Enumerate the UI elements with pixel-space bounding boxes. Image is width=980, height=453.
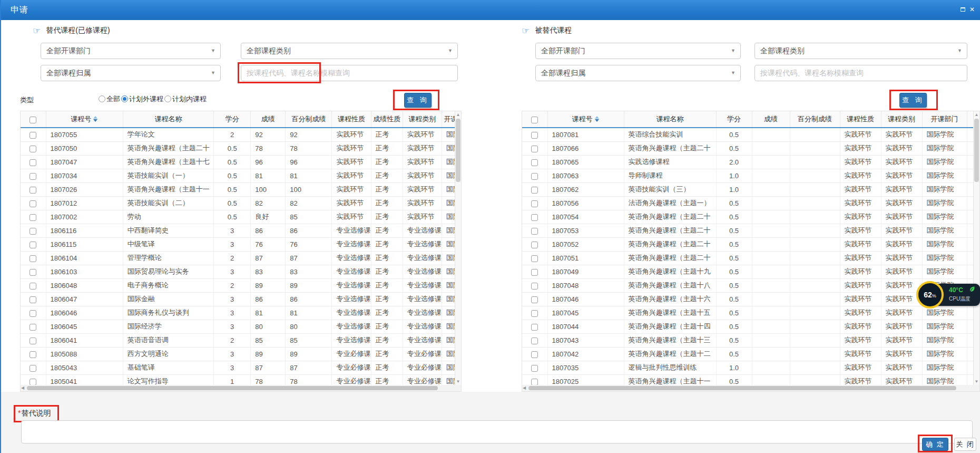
row-checkbox[interactable] — [531, 351, 538, 358]
row-checkbox[interactable] — [531, 228, 538, 235]
row-checkbox[interactable] — [30, 146, 36, 152]
row-checkbox[interactable] — [531, 365, 538, 372]
type-radio-全部[interactable]: 全部 — [99, 94, 120, 104]
row-checkbox[interactable] — [531, 242, 538, 248]
right-dept-dropdown[interactable]: 全部开课部门▼ — [535, 43, 741, 59]
table-row[interactable]: 1807026英语角兴趣课程（主题十一0.5100100实践环节正考实践环节国际… — [21, 182, 462, 196]
right-table-horizontal-scrollbar[interactable]: ◀ — [522, 385, 980, 392]
scroll-down-icon[interactable]: ▼ — [974, 379, 979, 384]
table-row[interactable]: 1806046国际商务礼仪与谈判38181专业选修课正考专业选修课国际学院 — [21, 306, 462, 320]
table-row[interactable]: 1807025英语角兴趣课程（主题十一0.5实践环节实践环节国际学院 — [522, 374, 980, 385]
row-checkbox[interactable] — [531, 214, 538, 221]
row-checkbox[interactable] — [531, 338, 538, 344]
row-checkbox[interactable] — [531, 200, 538, 207]
row-checkbox[interactable] — [531, 173, 538, 180]
left-search-input[interactable]: 按课程代码、课程名称模糊查询 — [241, 65, 458, 81]
substitution-note-textarea[interactable] — [21, 420, 973, 444]
table-row[interactable]: 1805088西方文明通论38989专业必修课正考专业必修课国际学院 — [21, 347, 462, 361]
table-row[interactable]: 1807055学年论文29292实践环节正考实践环节国际学院 — [21, 128, 462, 141]
sort-arrows-icon[interactable] — [93, 116, 98, 122]
row-checkbox[interactable] — [30, 310, 36, 317]
row-checkbox[interactable] — [531, 296, 538, 303]
right-search-input[interactable]: 按课程代码、课程名称模糊查询 — [754, 65, 967, 81]
table-row[interactable]: 1806116中西翻译简史38686专业选修课正考专业选修课国际学院 — [21, 224, 462, 237]
table-row[interactable]: 1806048电子商务概论28989专业选修课正考专业选修课国际学院 — [21, 278, 462, 292]
table-row[interactable]: 1807065实践选修课程2.0实践环节实践环节国际学院 — [522, 155, 980, 169]
column-header-sortable[interactable]: 课程号 — [46, 111, 123, 128]
table-row[interactable]: 1807034英语技能实训（一）0.58181实践环节正考实践环节国际学院 — [21, 169, 462, 182]
row-checkbox[interactable] — [531, 159, 538, 166]
left-belong-dropdown[interactable]: 全部课程归属▼ — [41, 65, 221, 81]
row-checkbox[interactable] — [30, 379, 36, 385]
right-query-button[interactable]: 查 询 — [899, 93, 927, 108]
type-radio-计划内课程[interactable]: 计划内课程 — [164, 94, 207, 104]
row-checkbox[interactable] — [531, 283, 538, 290]
table-row[interactable]: 1807062英语技能实训（三）1.0实践环节实践环节国际学院 — [522, 182, 980, 196]
table-row[interactable]: 1807045英语角兴趣课程（主题十五0.5实践环节实践环节国际学院 — [522, 306, 980, 320]
column-header-sortable[interactable]: 课程号 — [547, 111, 624, 128]
row-checkbox[interactable] — [30, 173, 36, 180]
left-query-button[interactable]: 查 询 — [404, 93, 432, 108]
table-row[interactable]: 1806115中级笔译37676专业选修课正考专业选修课国际学院 — [21, 237, 462, 251]
close-window-icon[interactable]: ✕ — [968, 6, 976, 13]
scroll-up-icon[interactable]: ▲ — [455, 112, 461, 117]
table-row[interactable]: 1807052英语角兴趣课程（主题二十0.5实践环节实践环节国际学院 — [522, 237, 980, 251]
left-dept-dropdown[interactable]: 全部开课部门▼ — [41, 43, 221, 59]
table-row[interactable]: 1807054英语角兴趣课程（主题二十0.5实践环节实践环节国际学院 — [522, 210, 980, 224]
table-row[interactable]: 1806103国际贸易理论与实务38383专业选修课正考专业选修课国际学院 — [21, 265, 462, 278]
row-checkbox[interactable] — [30, 242, 36, 248]
close-button[interactable]: 关 闭 — [954, 438, 976, 451]
right-belong-dropdown[interactable]: 全部课程归属▼ — [535, 65, 741, 81]
select-all-checkbox[interactable] — [531, 117, 538, 123]
scroll-left-icon[interactable]: ◀ — [21, 385, 24, 391]
row-checkbox[interactable] — [531, 146, 538, 152]
right-category-dropdown[interactable]: 全部课程类别▼ — [754, 43, 967, 59]
row-checkbox[interactable] — [30, 255, 36, 262]
table-row[interactable]: 1807050英语角兴趣课程（主题二十0.57878实践环节正考实践环节国际学院 — [21, 141, 462, 155]
confirm-button[interactable]: 确 定 — [922, 438, 948, 451]
row-checkbox[interactable] — [531, 324, 538, 331]
row-checkbox[interactable] — [30, 214, 36, 221]
row-checkbox[interactable] — [531, 379, 538, 385]
table-row[interactable]: 1807044英语角兴趣课程（主题十四0.5实践环节实践环节国际学院 — [522, 320, 980, 333]
table-row[interactable]: 1806041英语语音语调28585专业选修课正考专业选修课国际学院 — [21, 333, 462, 347]
table-row[interactable]: 1807063导师制课程1.0实践环节实践环节国际学院 — [522, 169, 980, 182]
table-row[interactable]: 1807042英语角兴趣课程（主题十二0.5实践环节实践环节国际学院 — [522, 347, 980, 361]
row-checkbox[interactable] — [30, 200, 36, 207]
row-checkbox[interactable] — [30, 351, 36, 358]
left-table-horizontal-scrollbar[interactable]: ◀ — [20, 385, 462, 392]
row-checkbox[interactable] — [30, 132, 36, 139]
row-checkbox[interactable] — [30, 159, 36, 166]
table-row[interactable]: 1807012英语技能实训（二）0.58282实践环节正考实践环节国际学院 — [21, 196, 462, 210]
row-checkbox[interactable] — [30, 228, 36, 235]
left-table-vertical-scrollbar[interactable]: ▲ ▼ — [455, 111, 461, 385]
row-checkbox[interactable] — [531, 187, 538, 194]
table-row[interactable]: 1807066英语角兴趣课程（主题二十0.5实践环节实践环节国际学院 — [522, 141, 980, 155]
left-category-dropdown[interactable]: 全部课程类别▼ — [241, 43, 458, 59]
select-all-checkbox[interactable] — [30, 117, 36, 123]
table-row[interactable]: 1807035逻辑与批判性思维训练1.0实践环节实践环节国际学院 — [522, 361, 980, 374]
row-checkbox[interactable] — [30, 296, 36, 303]
table-row[interactable]: 1806045国际经济学38080专业选修课正考专业选修课国际学院 — [21, 320, 462, 333]
row-checkbox[interactable] — [30, 365, 36, 372]
table-row[interactable]: 1807048英语角兴趣课程（主题十八0.5实践环节实践环节国际学院 — [522, 278, 980, 292]
scroll-left-icon[interactable]: ◀ — [523, 385, 526, 391]
scroll-down-icon[interactable]: ▼ — [455, 379, 461, 384]
row-checkbox[interactable] — [531, 310, 538, 317]
table-row[interactable]: 1807049英语角兴趣课程（主题十九0.5实践环节实践环节国际学院 — [522, 265, 980, 278]
row-checkbox[interactable] — [30, 283, 36, 290]
right-table-vertical-scrollbar[interactable]: ▲ ▼ — [973, 111, 979, 385]
row-checkbox[interactable] — [30, 338, 36, 344]
row-checkbox[interactable] — [30, 324, 36, 331]
row-checkbox[interactable] — [531, 255, 538, 262]
row-checkbox[interactable] — [531, 269, 538, 276]
table-row[interactable]: 1806047国际金融38686专业选修课正考专业选修课国际学院 — [21, 292, 462, 306]
row-checkbox[interactable] — [30, 269, 36, 276]
table-row[interactable]: 1807047英语角兴趣课程（主题十七0.59696实践环节正考实践环节国际学院 — [21, 155, 462, 169]
row-checkbox[interactable] — [30, 187, 36, 194]
table-row[interactable]: 1807002劳动0.5良好85实践环节正考实践环节国际学院 — [21, 210, 462, 224]
table-row[interactable]: 1807046英语角兴趣课程（主题十六0.5实践环节实践环节国际学院 — [522, 292, 980, 306]
cpu-monitor-widget[interactable]: 62% 40°C CPU温度 — [916, 281, 980, 309]
table-row[interactable]: 1806104管理学概论28787专业选修课正考专业选修课国际学院 — [21, 251, 462, 265]
table-row[interactable]: 1805041论文写作指导17878专业必修课正考专业必修课国际学院 — [21, 374, 462, 385]
